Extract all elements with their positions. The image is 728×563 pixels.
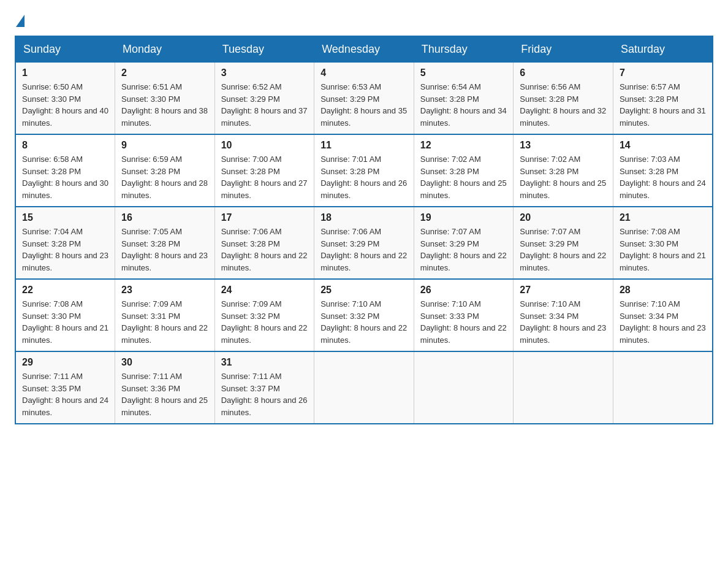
day-number: 10 <box>221 140 308 151</box>
col-saturday: Saturday <box>613 36 713 63</box>
page-header <box>15 15 713 26</box>
day-number: 27 <box>520 285 607 296</box>
day-info: Sunrise: 6:50 AMSunset: 3:30 PMDaylight:… <box>22 81 108 129</box>
day-info: Sunrise: 7:06 AMSunset: 3:28 PMDaylight:… <box>221 226 308 274</box>
day-info: Sunrise: 7:02 AMSunset: 3:28 PMDaylight:… <box>420 153 507 201</box>
day-info: Sunrise: 7:11 AMSunset: 3:36 PMDaylight:… <box>121 370 208 418</box>
table-row: 4Sunrise: 6:53 AMSunset: 3:29 PMDaylight… <box>314 63 414 135</box>
calendar-table: Sunday Monday Tuesday Wednesday Thursday… <box>15 36 713 424</box>
day-number: 8 <box>22 140 108 151</box>
logo-triangle-icon <box>16 15 25 27</box>
col-monday: Monday <box>115 36 215 63</box>
day-info: Sunrise: 6:53 AMSunset: 3:29 PMDaylight:… <box>320 81 408 129</box>
table-row: 17Sunrise: 7:06 AMSunset: 3:28 PMDayligh… <box>214 207 314 279</box>
calendar-week-row: 22Sunrise: 7:08 AMSunset: 3:30 PMDayligh… <box>15 279 713 351</box>
day-number: 16 <box>121 212 208 223</box>
table-row: 15Sunrise: 7:04 AMSunset: 3:28 PMDayligh… <box>15 207 115 279</box>
day-number: 30 <box>121 357 208 368</box>
table-row: 5Sunrise: 6:54 AMSunset: 3:28 PMDaylight… <box>414 63 514 135</box>
table-row: 30Sunrise: 7:11 AMSunset: 3:36 PMDayligh… <box>115 351 215 424</box>
day-info: Sunrise: 7:10 AMSunset: 3:32 PMDaylight:… <box>320 298 408 346</box>
calendar-week-row: 29Sunrise: 7:11 AMSunset: 3:35 PMDayligh… <box>15 351 713 424</box>
logo-text <box>15 15 25 26</box>
table-row: 28Sunrise: 7:10 AMSunset: 3:34 PMDayligh… <box>613 279 713 351</box>
day-info: Sunrise: 7:10 AMSunset: 3:33 PMDaylight:… <box>420 298 507 346</box>
calendar-week-row: 8Sunrise: 6:58 AMSunset: 3:28 PMDaylight… <box>15 134 713 207</box>
calendar-header-row: Sunday Monday Tuesday Wednesday Thursday… <box>15 36 713 63</box>
table-row: 3Sunrise: 6:52 AMSunset: 3:29 PMDaylight… <box>214 63 314 135</box>
day-info: Sunrise: 7:01 AMSunset: 3:28 PMDaylight:… <box>320 153 408 201</box>
day-info: Sunrise: 7:04 AMSunset: 3:28 PMDaylight:… <box>22 226 108 274</box>
col-friday: Friday <box>514 36 613 63</box>
day-number: 15 <box>22 212 108 223</box>
table-row: 7Sunrise: 6:57 AMSunset: 3:28 PMDaylight… <box>613 63 713 135</box>
day-number: 23 <box>121 285 208 296</box>
table-row: 10Sunrise: 7:00 AMSunset: 3:28 PMDayligh… <box>214 134 314 207</box>
day-number: 6 <box>520 67 607 79</box>
day-info: Sunrise: 7:05 AMSunset: 3:28 PMDaylight:… <box>121 226 208 274</box>
table-row: 14Sunrise: 7:03 AMSunset: 3:28 PMDayligh… <box>613 134 713 207</box>
table-row: 12Sunrise: 7:02 AMSunset: 3:28 PMDayligh… <box>414 134 514 207</box>
col-tuesday: Tuesday <box>214 36 314 63</box>
day-info: Sunrise: 6:56 AMSunset: 3:28 PMDaylight:… <box>520 81 607 129</box>
table-row: 24Sunrise: 7:09 AMSunset: 3:32 PMDayligh… <box>214 279 314 351</box>
day-info: Sunrise: 6:57 AMSunset: 3:28 PMDaylight:… <box>620 81 706 129</box>
table-row: 6Sunrise: 6:56 AMSunset: 3:28 PMDaylight… <box>514 63 613 135</box>
col-sunday: Sunday <box>15 36 115 63</box>
calendar-week-row: 15Sunrise: 7:04 AMSunset: 3:28 PMDayligh… <box>15 207 713 279</box>
day-number: 20 <box>520 212 607 223</box>
day-number: 3 <box>221 67 308 79</box>
day-number: 17 <box>221 212 308 223</box>
day-info: Sunrise: 7:00 AMSunset: 3:28 PMDaylight:… <box>221 153 308 201</box>
day-info: Sunrise: 7:07 AMSunset: 3:29 PMDaylight:… <box>520 226 607 274</box>
day-number: 28 <box>620 285 706 296</box>
day-number: 5 <box>420 67 507 79</box>
day-info: Sunrise: 6:52 AMSunset: 3:29 PMDaylight:… <box>221 81 308 129</box>
day-number: 24 <box>221 285 308 296</box>
day-info: Sunrise: 7:09 AMSunset: 3:32 PMDaylight:… <box>221 298 308 346</box>
day-info: Sunrise: 7:06 AMSunset: 3:29 PMDaylight:… <box>320 226 408 274</box>
day-info: Sunrise: 7:11 AMSunset: 3:35 PMDaylight:… <box>22 370 108 418</box>
table-row: 22Sunrise: 7:08 AMSunset: 3:30 PMDayligh… <box>15 279 115 351</box>
day-info: Sunrise: 7:10 AMSunset: 3:34 PMDaylight:… <box>620 298 706 346</box>
day-info: Sunrise: 6:54 AMSunset: 3:28 PMDaylight:… <box>420 81 507 129</box>
table-row: 21Sunrise: 7:08 AMSunset: 3:30 PMDayligh… <box>613 207 713 279</box>
day-number: 25 <box>320 285 408 296</box>
day-info: Sunrise: 7:03 AMSunset: 3:28 PMDaylight:… <box>620 153 706 201</box>
table-row <box>613 351 713 424</box>
day-number: 18 <box>320 212 408 223</box>
table-row: 2Sunrise: 6:51 AMSunset: 3:30 PMDaylight… <box>115 63 215 135</box>
table-row: 27Sunrise: 7:10 AMSunset: 3:34 PMDayligh… <box>514 279 613 351</box>
table-row: 13Sunrise: 7:02 AMSunset: 3:28 PMDayligh… <box>514 134 613 207</box>
table-row: 9Sunrise: 6:59 AMSunset: 3:28 PMDaylight… <box>115 134 215 207</box>
table-row: 26Sunrise: 7:10 AMSunset: 3:33 PMDayligh… <box>414 279 514 351</box>
col-thursday: Thursday <box>414 36 514 63</box>
day-info: Sunrise: 6:59 AMSunset: 3:28 PMDaylight:… <box>121 153 208 201</box>
table-row: 25Sunrise: 7:10 AMSunset: 3:32 PMDayligh… <box>314 279 414 351</box>
day-number: 2 <box>121 67 208 79</box>
day-number: 14 <box>620 140 706 151</box>
table-row: 16Sunrise: 7:05 AMSunset: 3:28 PMDayligh… <box>115 207 215 279</box>
day-info: Sunrise: 7:08 AMSunset: 3:30 PMDaylight:… <box>620 226 706 274</box>
day-info: Sunrise: 6:51 AMSunset: 3:30 PMDaylight:… <box>121 81 208 129</box>
day-number: 7 <box>620 67 706 79</box>
day-number: 9 <box>121 140 208 151</box>
table-row: 29Sunrise: 7:11 AMSunset: 3:35 PMDayligh… <box>15 351 115 424</box>
logo <box>15 15 25 26</box>
day-info: Sunrise: 7:11 AMSunset: 3:37 PMDaylight:… <box>221 370 308 418</box>
day-info: Sunrise: 7:10 AMSunset: 3:34 PMDaylight:… <box>520 298 607 346</box>
day-number: 11 <box>320 140 408 151</box>
day-info: Sunrise: 7:07 AMSunset: 3:29 PMDaylight:… <box>420 226 507 274</box>
table-row: 11Sunrise: 7:01 AMSunset: 3:28 PMDayligh… <box>314 134 414 207</box>
col-wednesday: Wednesday <box>314 36 414 63</box>
day-number: 21 <box>620 212 706 223</box>
table-row: 23Sunrise: 7:09 AMSunset: 3:31 PMDayligh… <box>115 279 215 351</box>
day-number: 13 <box>520 140 607 151</box>
table-row <box>514 351 613 424</box>
table-row <box>314 351 414 424</box>
day-info: Sunrise: 6:58 AMSunset: 3:28 PMDaylight:… <box>22 153 108 201</box>
day-number: 1 <box>22 67 108 79</box>
day-info: Sunrise: 7:08 AMSunset: 3:30 PMDaylight:… <box>22 298 108 346</box>
day-number: 26 <box>420 285 507 296</box>
day-number: 29 <box>22 357 108 368</box>
